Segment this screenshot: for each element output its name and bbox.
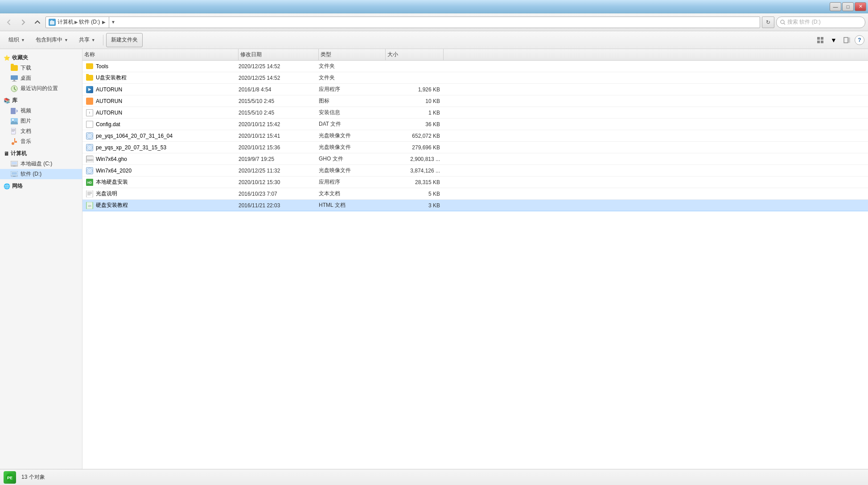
file-name: AUTORUN — [96, 86, 122, 93]
view-toggle-button[interactable] — [815, 34, 826, 46]
svg-text:PE: PE — [7, 476, 12, 480]
svg-point-37 — [89, 147, 91, 148]
svg-rect-6 — [817, 41, 820, 43]
sidebar-section-favorites: ⭐ 收藏夹 下载 桌面 最近访问的位置 — [0, 53, 82, 94]
status-count: 13 个对象 — [21, 473, 45, 481]
file-date-cell: 2015/5/10 2:45 — [239, 98, 319, 104]
col-header-date[interactable]: 修改日期 — [239, 49, 319, 60]
include-library-button[interactable]: 包含到库中 ▼ — [31, 33, 73, 47]
address-bar[interactable]: 计算机 ▶ 软件 (D:) ▶ ▼ — [45, 16, 760, 28]
sidebar-section-computer: 🖥 计算机 本地磁盘 (C:) 软件 (D:) — [0, 148, 82, 179]
file-type-cell: 光盘映像文件 — [319, 132, 386, 140]
table-row[interactable]: GHO Win7x64.gho 2019/9/7 19:25 GHO 文件 2,… — [82, 153, 868, 165]
file-date-cell: 2020/10/12 15:36 — [239, 144, 319, 151]
svg-point-22 — [12, 142, 14, 145]
preview-pane-button[interactable] — [841, 34, 853, 46]
svg-point-41 — [89, 170, 91, 172]
preview-pane-icon — [843, 37, 851, 43]
sidebar-item-drive-c[interactable]: 本地磁盘 (C:) — [0, 159, 82, 169]
file-name: 硬盘安装教程 — [96, 201, 128, 209]
file-type-cell: 文件夹 — [319, 62, 386, 70]
view-dropdown-button[interactable]: ▼ — [828, 34, 839, 46]
file-date-cell: 2016/1/8 4:54 — [239, 86, 319, 93]
sidebar-item-drive-d[interactable]: 软件 (D:) — [0, 169, 82, 179]
file-size-cell: 279,696 KB — [386, 144, 444, 151]
app-special-icon: HD — [86, 179, 93, 186]
svg-rect-7 — [821, 41, 823, 43]
maximize-button[interactable]: □ — [842, 2, 854, 11]
sidebar-header-library[interactable]: 📚 库 — [0, 95, 82, 106]
new-folder-button[interactable]: 新建文件夹 — [106, 33, 143, 47]
main-area: ⭐ 收藏夹 下载 桌面 最近访问的位置 — [0, 49, 868, 469]
sidebar-item-music[interactable]: 音乐 — [0, 136, 82, 147]
organize-button[interactable]: 组织 ▼ — [4, 33, 30, 47]
col-header-name[interactable]: 名称 — [82, 49, 239, 60]
file-date-cell: 2020/12/25 11:32 — [239, 168, 319, 174]
breadcrumb-item-drive[interactable]: 软件 (D:) — [79, 18, 100, 26]
table-row[interactable]: Win7x64_2020 2020/12/25 11:32 光盘映像文件 3,8… — [82, 165, 868, 177]
file-name: AUTORUN — [96, 98, 122, 104]
table-row[interactable]: HD 本地硬盘安装 2020/10/12 15:30 应用程序 28,315 K… — [82, 177, 868, 188]
iso-icon — [86, 144, 93, 151]
table-row[interactable]: </> 硬盘安装教程 2016/11/21 22:03 HTML 文档 3 KB — [82, 200, 868, 211]
file-size-cell: 3,874,126 ... — [386, 168, 444, 174]
up-button[interactable] — [31, 16, 44, 29]
table-row[interactable]: AUTORUN 2015/5/10 2:45 图标 10 KB — [82, 95, 868, 107]
forward-button[interactable] — [17, 16, 29, 29]
table-row[interactable]: pe_yqs_1064_20_07_31_16_04 2020/10/12 15… — [82, 130, 868, 142]
col-header-size[interactable]: 大小 — [386, 49, 444, 60]
file-name: U盘安装教程 — [96, 74, 127, 82]
file-name-cell: </> 硬盘安装教程 — [82, 201, 239, 209]
share-button[interactable]: 共享 ▼ — [74, 33, 100, 47]
sidebar-item-video[interactable]: 视频 — [0, 106, 82, 116]
folder-icon — [86, 63, 93, 69]
file-size-cell: 3 KB — [386, 202, 444, 209]
file-date-cell: 2020/10/12 15:42 — [239, 121, 319, 127]
col-header-type[interactable]: 类型 — [319, 49, 386, 60]
address-dropdown-arrow[interactable]: ▼ — [109, 16, 117, 28]
sidebar-item-desktop[interactable]: 桌面 — [0, 73, 82, 83]
refresh-button[interactable]: ↻ — [762, 16, 774, 28]
table-row[interactable]: i AUTORUN 2015/5/10 2:45 安装信息 1 KB — [82, 107, 868, 119]
search-bar[interactable]: 搜索 软件 (D:) — [776, 16, 865, 28]
sidebar-item-recent[interactable]: 最近访问的位置 — [0, 83, 82, 94]
sidebar-item-pictures[interactable]: 图片 — [0, 116, 82, 126]
music-label: 音乐 — [21, 138, 31, 145]
table-row[interactable]: 光盘说明 2016/10/23 7:07 文本文档 5 KB — [82, 188, 868, 200]
sidebar-section-network: 🌐 网络 — [0, 181, 82, 191]
dat-icon — [86, 121, 93, 128]
close-button[interactable]: ✕ — [855, 2, 866, 11]
network-label: 网络 — [12, 182, 23, 190]
include-library-arrow: ▼ — [64, 38, 68, 42]
back-button[interactable] — [3, 16, 15, 29]
file-name-cell: HD 本地硬盘安装 — [82, 178, 239, 186]
breadcrumb-expand-arrow[interactable]: ▶ — [101, 19, 107, 25]
table-row[interactable]: Tools 2020/12/25 14:52 文件夹 — [82, 61, 868, 72]
sidebar-item-documents[interactable]: 文档 — [0, 126, 82, 136]
file-name: AUTORUN — [96, 110, 122, 116]
svg-point-35 — [89, 135, 91, 137]
sidebar-header-computer[interactable]: 🖥 计算机 — [0, 148, 82, 159]
table-row[interactable]: pe_yqs_xp_20_07_31_15_53 2020/10/12 15:3… — [82, 142, 868, 153]
minimize-button[interactable]: — — [830, 2, 841, 11]
file-size-cell: 1 KB — [386, 110, 444, 116]
search-icon — [780, 20, 786, 25]
help-button[interactable]: ? — [855, 35, 864, 45]
file-size-cell: 36 KB — [386, 121, 444, 127]
table-row[interactable]: ▶ AUTORUN 2016/1/8 4:54 应用程序 1,926 KB — [82, 84, 868, 95]
table-row[interactable]: U盘安装教程 2020/12/25 14:52 文件夹 — [82, 72, 868, 84]
share-label: 共享 — [79, 36, 90, 44]
file-name-cell: i AUTORUN — [82, 109, 239, 116]
breadcrumb-item-computer[interactable]: 计算机 — [58, 18, 74, 26]
sidebar-header-favorites[interactable]: ⭐ 收藏夹 — [0, 53, 82, 63]
table-row[interactable]: Config.dat 2020/10/12 15:42 DAT 文件 36 KB — [82, 119, 868, 130]
file-name: pe_yqs_1064_20_07_31_16_04 — [96, 133, 173, 139]
svg-text:GHO: GHO — [87, 159, 93, 161]
file-list-header: 名称 修改日期 类型 大小 — [82, 49, 868, 61]
sidebar-header-network[interactable]: 🌐 网络 — [0, 181, 82, 191]
sidebar-item-downloads[interactable]: 下载 — [0, 63, 82, 73]
file-name-cell: ▶ AUTORUN — [82, 86, 239, 93]
svg-rect-5 — [821, 37, 823, 40]
file-type-cell: 应用程序 — [319, 178, 386, 186]
drive-d-icon — [11, 171, 18, 178]
